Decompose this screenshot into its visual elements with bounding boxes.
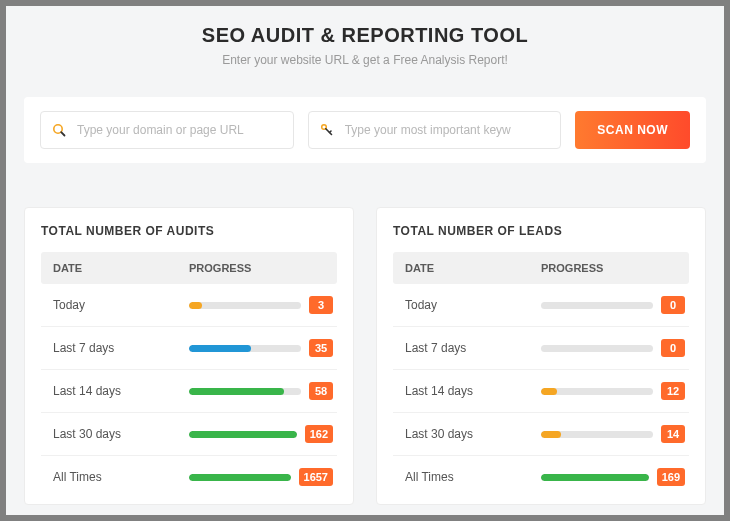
col-progress: PROGRESS xyxy=(541,262,677,274)
count-badge: 12 xyxy=(661,382,685,400)
progress-track xyxy=(541,345,653,352)
progress-fill xyxy=(189,431,297,438)
table-row: Last 7 days0 xyxy=(393,327,689,370)
row-label: Today xyxy=(397,298,541,312)
row-label: Last 7 days xyxy=(397,341,541,355)
table-row: Today0 xyxy=(393,284,689,327)
progress-fill xyxy=(541,431,561,438)
col-date: DATE xyxy=(405,262,541,274)
count-badge: 58 xyxy=(309,382,333,400)
progress-fill xyxy=(189,345,251,352)
row-label: All Times xyxy=(397,470,541,484)
key-icon xyxy=(319,122,335,138)
table-header: DATEPROGRESS xyxy=(41,252,337,284)
app-root: SEO AUDIT & REPORTING TOOL Enter your we… xyxy=(6,6,724,515)
search-icon xyxy=(51,122,67,138)
page-title: SEO AUDIT & REPORTING TOOL xyxy=(24,24,706,47)
panels: TOTAL NUMBER OF AUDITSDATEPROGRESSToday3… xyxy=(24,207,706,505)
stats-panel: TOTAL NUMBER OF AUDITSDATEPROGRESSToday3… xyxy=(24,207,354,505)
svg-line-4 xyxy=(329,131,331,133)
table-row: Last 7 days35 xyxy=(41,327,337,370)
row-progress: 3 xyxy=(189,296,333,314)
progress-track xyxy=(541,388,653,395)
progress-fill xyxy=(189,474,291,481)
hero: SEO AUDIT & REPORTING TOOL Enter your we… xyxy=(24,24,706,67)
row-progress: 14 xyxy=(541,425,685,443)
table-header: DATEPROGRESS xyxy=(393,252,689,284)
progress-track xyxy=(541,474,649,481)
row-label: Last 30 days xyxy=(397,427,541,441)
scan-button[interactable]: SCAN NOW xyxy=(575,111,690,149)
row-progress: 12 xyxy=(541,382,685,400)
svg-line-1 xyxy=(61,132,64,135)
count-badge: 169 xyxy=(657,468,685,486)
col-progress: PROGRESS xyxy=(189,262,325,274)
progress-track xyxy=(189,431,297,438)
count-badge: 162 xyxy=(305,425,333,443)
progress-track xyxy=(189,388,301,395)
row-label: Today xyxy=(45,298,189,312)
table-row: Last 14 days12 xyxy=(393,370,689,413)
row-progress: 1657 xyxy=(189,468,333,486)
col-date: DATE xyxy=(53,262,189,274)
count-badge: 35 xyxy=(309,339,333,357)
row-progress: 58 xyxy=(189,382,333,400)
progress-fill xyxy=(541,388,557,395)
progress-track xyxy=(541,302,653,309)
row-label: Last 7 days xyxy=(45,341,189,355)
table-row: Last 30 days14 xyxy=(393,413,689,456)
table-row: All Times169 xyxy=(393,456,689,498)
count-badge: 3 xyxy=(309,296,333,314)
row-progress: 35 xyxy=(189,339,333,357)
keyword-input-wrap[interactable] xyxy=(308,111,562,149)
count-badge: 0 xyxy=(661,339,685,357)
panel-title: TOTAL NUMBER OF AUDITS xyxy=(41,224,337,238)
progress-fill xyxy=(189,302,202,309)
table-row: Last 14 days58 xyxy=(41,370,337,413)
row-progress: 0 xyxy=(541,339,685,357)
count-badge: 0 xyxy=(661,296,685,314)
page-subtitle: Enter your website URL & get a Free Anal… xyxy=(24,53,706,67)
row-progress: 162 xyxy=(189,425,333,443)
row-label: Last 14 days xyxy=(45,384,189,398)
domain-input[interactable] xyxy=(77,123,283,137)
table-row: Last 30 days162 xyxy=(41,413,337,456)
keyword-input[interactable] xyxy=(345,123,551,137)
count-badge: 14 xyxy=(661,425,685,443)
progress-track xyxy=(189,302,301,309)
stats-panel: TOTAL NUMBER OF LEADSDATEPROGRESSToday0L… xyxy=(376,207,706,505)
row-label: Last 14 days xyxy=(397,384,541,398)
table-row: Today3 xyxy=(41,284,337,327)
progress-track xyxy=(189,474,291,481)
progress-fill xyxy=(541,474,649,481)
row-label: All Times xyxy=(45,470,189,484)
row-label: Last 30 days xyxy=(45,427,189,441)
progress-fill xyxy=(189,388,284,395)
row-progress: 169 xyxy=(541,468,685,486)
search-bar: SCAN NOW xyxy=(24,97,706,163)
panel-title: TOTAL NUMBER OF LEADS xyxy=(393,224,689,238)
progress-track xyxy=(189,345,301,352)
row-progress: 0 xyxy=(541,296,685,314)
progress-track xyxy=(541,431,653,438)
table-row: All Times1657 xyxy=(41,456,337,498)
count-badge: 1657 xyxy=(299,468,333,486)
domain-input-wrap[interactable] xyxy=(40,111,294,149)
